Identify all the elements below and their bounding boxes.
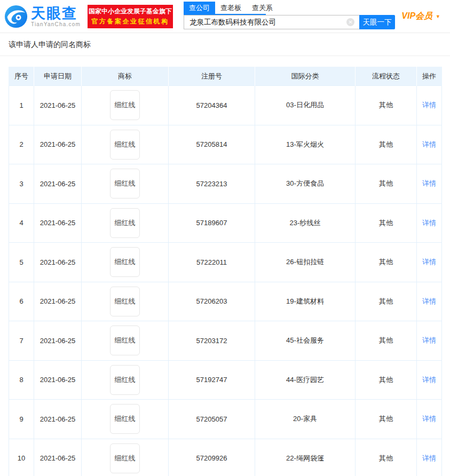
logo[interactable]: 天眼查 TianYanCha.com [4,5,81,28]
search-tabs: 查公司 查老板 查关系 [184,3,266,15]
cell-intl-class: 20-家具 [255,400,356,439]
vip-member-link[interactable]: VIP会员 ▼ [401,11,440,22]
vip-label: VIP会员 [401,11,432,22]
cell-status: 其他 [356,360,417,400]
cell-serial: 9 [9,400,34,439]
trademark-preview-box: 细红线 [110,365,140,395]
cell-serial: 4 [9,203,34,243]
cell-status: 其他 [356,125,417,164]
cell-serial: 8 [9,360,34,400]
cell-serial: 3 [9,164,34,204]
cell-action: 详情 [417,243,442,282]
certification-badge-line2: 官方备案企业征信机构 [91,17,169,27]
cell-reg-no: 57206203 [169,282,255,321]
cell-status: 其他 [356,439,417,476]
col-header-reg-no: 注册号 [169,67,255,86]
top-header: 天眼查 TianYanCha.com 国家中小企业发展子基金旗下 官方备案企业征… [0,0,450,33]
table-row: 4 2021-06-25 细红线 57189607 23-纱线丝 其他 详情 [9,203,442,243]
cell-action: 详情 [417,282,442,321]
cell-reg-no: 57222011 [169,243,255,282]
tab-search-relation[interactable]: 查关系 [247,2,278,14]
detail-link[interactable]: 详情 [422,297,436,305]
table-row: 9 2021-06-25 细红线 57205057 20-家具 其他 详情 [9,400,442,439]
cell-intl-class: 45-社会服务 [255,321,356,361]
cell-status: 其他 [356,243,417,282]
trademark-preview-box: 细红线 [110,208,140,238]
trademark-preview-box: 细红线 [110,247,140,277]
cell-intl-class: 22-绳网袋篷 [255,439,356,476]
tab-search-company[interactable]: 查公司 [184,2,215,14]
cell-apply-date: 2021-06-25 [34,125,82,164]
detail-link[interactable]: 详情 [422,376,436,384]
cell-intl-class: 44-医疗园艺 [255,360,356,400]
cell-status: 其他 [356,282,417,321]
cell-serial: 6 [9,282,34,321]
cell-intl-class: 03-日化用品 [255,86,356,125]
clear-search-icon[interactable]: ✕ [346,18,354,26]
cell-intl-class: 23-纱线丝 [255,203,356,243]
cell-serial: 7 [9,321,34,361]
section-header: 该申请人申请的同名商标 [0,33,450,56]
col-header-intl-class: 国际分类 [255,67,356,86]
search-area: 查公司 查老板 查关系 ✕ 天眼一下 [184,3,395,29]
cell-trademark: 细红线 [82,164,169,204]
cell-reg-no: 57223213 [169,164,255,204]
search-button[interactable]: 天眼一下 [359,15,395,29]
logo-title: 天眼查 [31,6,81,21]
detail-link[interactable]: 详情 [422,140,436,148]
cell-intl-class: 19-建筑材料 [255,282,356,321]
table-row: 5 2021-06-25 细红线 57222011 26-钮扣拉链 其他 详情 [9,243,442,282]
cell-trademark: 细红线 [82,282,169,321]
col-header-action: 操作 [417,67,442,86]
cell-intl-class: 13-军火烟火 [255,125,356,164]
cell-action: 详情 [417,321,442,361]
cell-intl-class: 30-方便食品 [255,164,356,204]
cell-action: 详情 [417,439,442,476]
detail-link[interactable]: 详情 [422,179,436,187]
tab-search-boss[interactable]: 查老板 [215,2,247,14]
logo-subtitle: TianYanCha.com [31,21,81,27]
table-row: 1 2021-06-25 细红线 57204364 03-日化用品 其他 详情 [9,86,442,125]
cell-trademark: 细红线 [82,203,169,243]
cell-status: 其他 [356,321,417,361]
cell-reg-no: 57205057 [169,400,255,439]
cell-apply-date: 2021-06-25 [34,164,82,204]
search-input[interactable] [184,15,359,29]
cell-reg-no: 57189607 [169,203,255,243]
col-header-apply-date: 申请日期 [34,67,82,86]
cell-action: 详情 [417,360,442,400]
cell-action: 详情 [417,203,442,243]
search-row: ✕ 天眼一下 [184,15,395,29]
cell-reg-no: 57203172 [169,321,255,361]
cell-trademark: 细红线 [82,125,169,164]
cell-action: 详情 [417,125,442,164]
cell-status: 其他 [356,203,417,243]
cell-trademark: 细红线 [82,321,169,361]
table-row: 7 2021-06-25 细红线 57203172 45-社会服务 其他 详情 [9,321,442,361]
col-header-status: 流程状态 [356,67,417,86]
detail-link[interactable]: 详情 [422,415,436,423]
detail-link[interactable]: 详情 [422,454,436,462]
cell-trademark: 细红线 [82,243,169,282]
detail-link[interactable]: 详情 [422,219,436,227]
cell-serial: 5 [9,243,34,282]
trademark-table: 序号 申请日期 商标 注册号 国际分类 流程状态 操作 1 2021-06-25… [9,67,441,476]
table-row: 6 2021-06-25 细红线 57206203 19-建筑材料 其他 详情 [9,282,442,321]
col-header-trademark: 商标 [82,67,169,86]
table-row: 3 2021-06-25 细红线 57223213 30-方便食品 其他 详情 [9,164,442,204]
detail-link[interactable]: 详情 [422,101,436,109]
cell-reg-no: 57204364 [169,86,255,125]
certification-badge-line1: 国家中小企业发展子基金旗下 [89,6,172,17]
tianyancha-logo-icon [4,5,28,28]
detail-link[interactable]: 详情 [422,336,436,344]
table-row: 10 2021-06-25 细红线 57209926 22-绳网袋篷 其他 详情 [9,439,442,476]
detail-link[interactable]: 详情 [422,258,436,266]
cell-reg-no: 57209926 [169,439,255,476]
cell-apply-date: 2021-06-25 [34,439,82,476]
cell-trademark: 细红线 [82,439,169,476]
cell-apply-date: 2021-06-25 [34,400,82,439]
cell-status: 其他 [356,400,417,439]
trademark-preview-box: 细红线 [110,443,140,473]
cell-action: 详情 [417,400,442,439]
cell-apply-date: 2021-06-25 [34,243,82,282]
